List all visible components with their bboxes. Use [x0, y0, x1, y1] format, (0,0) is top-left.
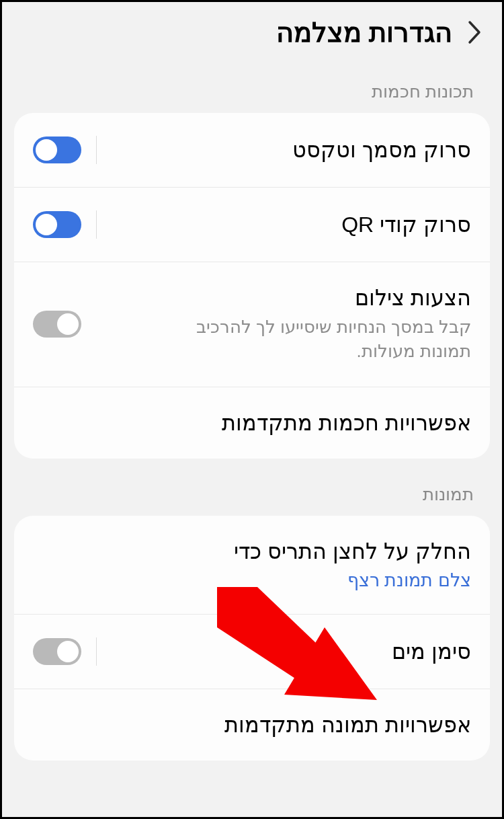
toggle-shooting-suggestions[interactable]: [33, 311, 81, 338]
section-label-pictures: תמונות: [2, 484, 502, 516]
row-scan-doc[interactable]: סרוק מסמך וטקסט: [14, 113, 490, 187]
row-title: סרוק קודי QR: [97, 212, 471, 237]
card-pictures: החלק על לחצן התריס כדי צלם תמונת רצף סימ…: [14, 516, 490, 760]
separator: [96, 136, 97, 164]
row-smart-advanced[interactable]: אפשרויות חכמות מתקדמות: [14, 387, 490, 459]
toggle-watermark[interactable]: [33, 638, 81, 665]
row-subtitle-link: צלם תמונת רצף: [33, 570, 471, 591]
header: הגדרות מצלמה: [2, 2, 502, 81]
toggle-scan-doc[interactable]: [33, 136, 81, 163]
toggle-scan-qr[interactable]: [33, 211, 81, 238]
separator: [96, 637, 97, 666]
separator: [96, 210, 97, 239]
page-title: הגדרות מצלמה: [276, 17, 452, 48]
row-title: הצעות צילום: [81, 285, 471, 311]
row-title: סרוק מסמך וטקסט: [97, 137, 471, 163]
row-swipe-shutter[interactable]: החלק על לחצן התריס כדי צלם תמונת רצף: [14, 516, 490, 614]
back-icon[interactable]: [467, 20, 482, 45]
row-title: החלק על לחצן התריס כדי: [33, 539, 471, 564]
card-smart: סרוק מסמך וטקסט סרוק קודי QR הצעות צילום…: [14, 113, 490, 459]
row-title: אפשרויות חכמות מתקדמות: [33, 410, 471, 436]
row-picture-advanced[interactable]: אפשרויות תמונה מתקדמות: [14, 689, 490, 760]
row-title: אפשרויות תמונה מתקדמות: [33, 712, 471, 738]
row-watermark[interactable]: סימן מים: [14, 614, 490, 689]
row-title: סימן מים: [97, 639, 471, 664]
row-scan-qr[interactable]: סרוק קודי QR: [14, 187, 490, 262]
section-label-smart: תכונות חכמות: [2, 81, 502, 113]
row-subtitle: קבל במסך הנחיות שיסייעו לך להרכיב תמונות…: [155, 315, 471, 364]
row-shooting-suggestions[interactable]: הצעות צילום קבל במסך הנחיות שיסייעו לך ל…: [14, 262, 490, 387]
